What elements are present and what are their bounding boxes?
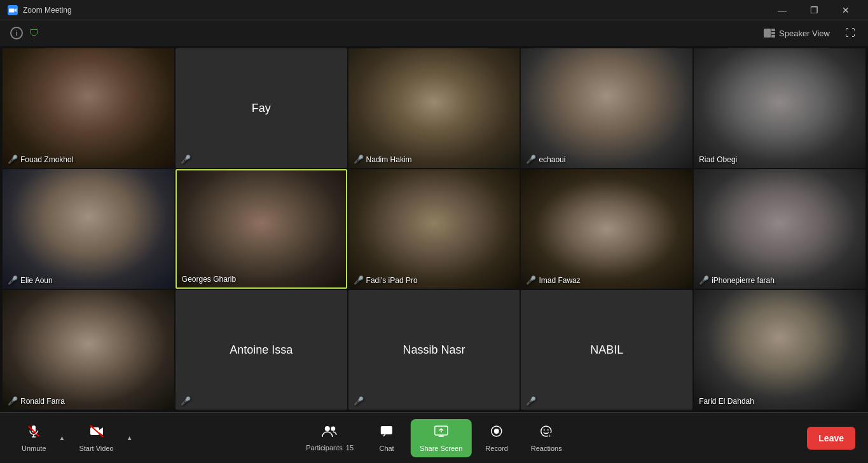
svg-point-11 [325, 426, 330, 431]
svg-rect-13 [381, 426, 392, 434]
video-echaoui [521, 48, 692, 168]
mute-icon-pierre: 🎤 [699, 275, 709, 285]
video-farid [694, 290, 865, 410]
record-icon [490, 424, 504, 442]
mute-icon-elie: 🎤 [8, 275, 18, 285]
leave-button[interactable]: Leave [807, 427, 855, 450]
video-cell-georges: Georges Gharib [176, 169, 347, 289]
toolbar: Unmute ▲ Start Video ▲ [0, 412, 868, 463]
video-cell-riad: Riad Obegi [694, 48, 865, 168]
toolbar-right: Leave [807, 427, 855, 450]
record-button[interactable]: Record [476, 419, 516, 457]
video-chevron-icon[interactable]: ▲ [127, 434, 133, 441]
window-title: Zoom Meeting [23, 6, 72, 15]
participants-icon [322, 425, 338, 441]
video-cell-farid: Farid El Dahdah [694, 290, 865, 410]
name-pierre: 🎤 iPhonepierre farah [699, 275, 775, 285]
mute-icon-antoine: 🎤 [181, 396, 191, 406]
mute-icon-nadim: 🎤 [354, 155, 364, 164]
speaker-view-icon [764, 29, 775, 38]
video-cell-fay: Fay 🎤 [176, 48, 347, 168]
video-ronald [3, 290, 174, 410]
speaker-view-button[interactable]: Speaker View [759, 26, 835, 41]
video-cell-ronald: 🎤 Ronald Farra [3, 290, 174, 410]
name-nadim: 🎤 Nadim Hakim [354, 155, 412, 164]
svg-rect-4 [771, 35, 775, 38]
svg-text:+: + [549, 434, 551, 438]
name-overlay-fay: 🎤 [181, 155, 191, 164]
video-cell-nadim: 🎤 Nadim Hakim [348, 48, 520, 168]
top-bar: i 🛡 Speaker View ⛶ [0, 20, 868, 46]
video-cell-antoine: Antoine Issa 🎤 [176, 290, 347, 410]
toolbar-left: Unmute ▲ Start Video ▲ [13, 419, 133, 457]
chat-label: Chat [379, 445, 394, 452]
chat-button[interactable]: Chat [368, 419, 406, 457]
mute-icon-fadi: 🎤 [354, 275, 364, 285]
svg-point-20 [544, 429, 545, 431]
svg-rect-1 [764, 29, 771, 38]
name-antoine: Antoine Issa [230, 343, 293, 357]
video-cell-elie: 🎤 Elie Aoun [3, 169, 174, 289]
name-elie: 🎤 Elie Aoun [8, 275, 53, 285]
close-button[interactable]: ✕ [831, 0, 860, 20]
name-fay: Fay [252, 102, 271, 115]
mute-icon-nabil: 🎤 [526, 396, 536, 406]
name-overlay-antoine: 🎤 [181, 396, 191, 406]
svg-rect-9 [90, 427, 99, 435]
name-fadi: 🎤 Fadi's iPad Pro [354, 275, 418, 285]
svg-rect-2 [771, 29, 775, 31]
svg-point-21 [548, 429, 549, 431]
name-echaoui: 🎤 echaoui [526, 155, 565, 164]
video-cell-nabil: NABIL 🎤 [521, 290, 692, 410]
video-fouad [3, 48, 174, 168]
name-imad: 🎤 Imad Fawaz [526, 275, 580, 285]
video-fadi [348, 169, 520, 289]
microphone-muted-icon [27, 424, 41, 442]
unmute-label: Unmute [22, 445, 46, 452]
unmute-button[interactable]: Unmute [13, 419, 55, 457]
security-icon: 🛡 [28, 27, 41, 39]
share-screen-button[interactable]: Share Screen [411, 419, 471, 457]
reactions-icon: + [539, 424, 553, 442]
zoom-icon [8, 5, 18, 15]
restore-button[interactable]: ❐ [799, 0, 829, 20]
mute-icon-imad: 🎤 [526, 275, 536, 285]
video-cell-echaoui: 🎤 echaoui [521, 48, 692, 168]
share-screen-icon [434, 424, 449, 442]
mute-icon-fay: 🎤 [181, 155, 191, 164]
name-overlay-nabil: 🎤 [526, 396, 536, 406]
video-riad [694, 48, 865, 168]
speaker-view-label: Speaker View [779, 29, 830, 38]
video-georges [177, 170, 346, 287]
video-elie [3, 169, 174, 289]
name-riad: Riad Obegi [699, 155, 737, 164]
top-bar-right: Speaker View ⛶ [759, 25, 858, 41]
video-nadim [348, 48, 520, 168]
minimize-button[interactable]: — [768, 0, 797, 20]
top-bar-left: i 🛡 [10, 27, 41, 39]
record-label: Record [485, 445, 507, 452]
video-cell-imad: 🎤 Imad Fawaz [521, 169, 692, 289]
fullscreen-button[interactable]: ⛶ [843, 25, 858, 41]
participants-label: Participants 15 [306, 444, 354, 452]
participants-button[interactable]: Participants 15 [297, 420, 362, 457]
name-georges: Georges Gharib [182, 275, 236, 284]
info-button[interactable]: i [10, 27, 23, 39]
name-ronald: 🎤 Ronald Farra [8, 396, 65, 406]
svg-rect-3 [771, 32, 775, 34]
mute-icon-nassib: 🎤 [354, 396, 364, 406]
video-pierre [694, 169, 865, 289]
title-bar-left: Zoom Meeting [8, 5, 72, 15]
chat-icon [380, 424, 394, 442]
video-cell-fouad: 🎤 Fouad Zmokhol [3, 48, 174, 168]
mute-icon-echaoui: 🎤 [526, 155, 536, 164]
reactions-button[interactable]: + Reactions [522, 419, 571, 457]
video-grid: 🎤 Fouad Zmokhol Fay 🎤 🎤 Nadim Hakim 🎤 ec… [0, 46, 868, 412]
name-overlay-nassib: 🎤 [354, 396, 364, 406]
start-video-button[interactable]: Start Video [70, 419, 122, 457]
unmute-chevron-icon[interactable]: ▲ [59, 434, 65, 441]
name-fouad: 🎤 Fouad Zmokhol [8, 155, 73, 164]
video-imad [521, 169, 692, 289]
svg-point-18 [494, 429, 499, 434]
mute-icon-fouad: 🎤 [8, 155, 18, 164]
